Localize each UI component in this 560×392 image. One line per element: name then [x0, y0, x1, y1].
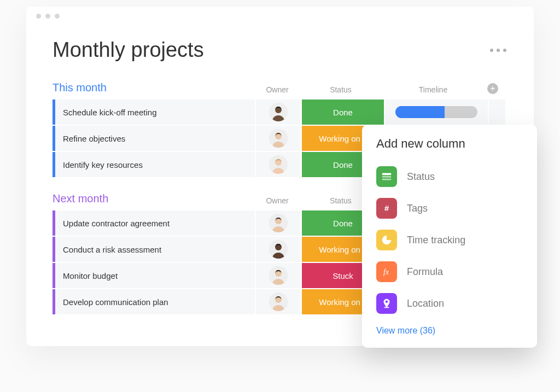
column-type-option-status[interactable]: Status [376, 161, 523, 192]
owner-cell[interactable] [256, 100, 301, 125]
location-icon [376, 293, 397, 314]
view-more-column-types[interactable]: View more (36) [376, 326, 523, 336]
avatar[interactable] [269, 214, 288, 232]
avatar[interactable] [269, 240, 288, 259]
column-type-label: Tags [407, 203, 428, 214]
page-title: Monthly projects [52, 38, 204, 62]
item-name-cell[interactable]: Monitor budget [52, 263, 255, 288]
window-titlebar [26, 7, 534, 25]
column-type-option-time[interactable]: Time tracking [376, 224, 523, 256]
svg-rect-20 [384, 307, 389, 308]
group-title[interactable]: Next month [52, 192, 255, 207]
item-name-cell[interactable]: Conduct a risk assessment [52, 237, 255, 262]
row-tail [489, 100, 505, 125]
traffic-light-dot [55, 14, 60, 19]
column-header-status[interactable]: Status [300, 85, 382, 96]
item-name-cell[interactable]: Identify key resources [52, 152, 255, 177]
group-title[interactable]: This month [52, 81, 255, 96]
item-name-cell[interactable]: Refine objectives [52, 126, 255, 151]
owner-cell[interactable] [256, 263, 301, 288]
avatar[interactable] [269, 292, 288, 311]
avatar[interactable] [269, 129, 288, 148]
column-type-label: Time tracking [407, 235, 465, 246]
formula-icon: fx [376, 261, 397, 282]
time-icon [376, 230, 397, 250]
status-cell[interactable]: Done [302, 100, 384, 125]
table-row[interactable]: Schedule kick-off meetingDone [52, 100, 512, 125]
owner-cell[interactable] [256, 152, 301, 177]
column-type-option-location[interactable]: Location [376, 288, 523, 319]
add-column-title: Add new column [376, 137, 523, 151]
svg-rect-16 [382, 179, 392, 180]
page-header: Monthly projects [52, 38, 512, 62]
item-name-cell[interactable]: Update contractor agreement [52, 210, 255, 236]
column-type-label: Status [407, 171, 435, 183]
add-column-button[interactable]: + [487, 83, 498, 94]
item-name-cell[interactable]: Develop communication plan [52, 289, 255, 314]
owner-cell[interactable] [256, 237, 301, 262]
owner-cell[interactable] [256, 210, 301, 236]
tags-icon: # [376, 198, 397, 219]
add-column-popover: Add new column Status#TagsTime trackingf… [362, 125, 537, 348]
timeline-cell[interactable] [385, 100, 488, 125]
svg-rect-15 [382, 176, 392, 178]
traffic-light-dot [36, 14, 41, 19]
column-type-option-formula[interactable]: fxFormula [376, 256, 523, 288]
column-type-option-tags[interactable]: #Tags [376, 192, 523, 224]
board-more-menu[interactable] [490, 49, 512, 52]
owner-cell[interactable] [256, 289, 301, 314]
column-type-label: Location [407, 298, 444, 309]
timeline-bar[interactable] [395, 106, 477, 118]
status-icon [376, 166, 397, 187]
item-name-cell[interactable]: Schedule kick-off meeting [52, 100, 255, 125]
avatar[interactable] [269, 266, 288, 285]
avatar[interactable] [269, 155, 288, 174]
svg-text:fx: fx [383, 268, 389, 276]
owner-cell[interactable] [256, 126, 301, 151]
column-header-timeline[interactable]: Timeline [382, 85, 485, 96]
svg-text:#: # [384, 204, 389, 213]
column-header-owner[interactable]: Owner [255, 196, 300, 207]
svg-rect-14 [382, 173, 392, 175]
svg-point-19 [386, 301, 388, 303]
avatar[interactable] [269, 103, 288, 121]
column-type-label: Formula [407, 266, 443, 278]
column-header-owner[interactable]: Owner [255, 85, 300, 96]
traffic-light-dot [45, 14, 50, 19]
